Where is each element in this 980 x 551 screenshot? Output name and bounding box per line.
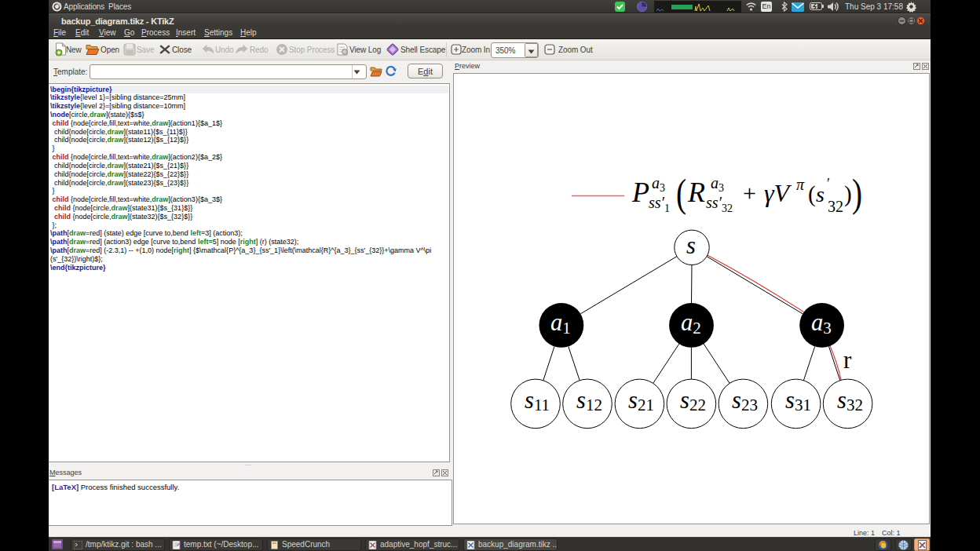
svg-text:(: ( bbox=[676, 170, 686, 215]
svg-text:R: R bbox=[687, 177, 705, 208]
svg-text:(: ( bbox=[808, 181, 816, 207]
svg-text:ss′1: ss′1 bbox=[649, 194, 670, 214]
svg-text:): ) bbox=[844, 181, 852, 207]
svg-text:a3: a3 bbox=[652, 174, 665, 194]
svg-text:32: 32 bbox=[828, 198, 843, 215]
svg-text:): ) bbox=[852, 170, 862, 215]
svg-text:+: + bbox=[743, 180, 756, 206]
svg-text:a3: a3 bbox=[711, 174, 724, 194]
svg-text:r: r bbox=[843, 346, 852, 374]
svg-text:P: P bbox=[631, 177, 649, 208]
svg-text:π: π bbox=[796, 176, 805, 193]
svg-text:s: s bbox=[816, 182, 825, 206]
svg-text:s: s bbox=[686, 232, 696, 259]
svg-text:′: ′ bbox=[827, 176, 830, 192]
svg-text:ss′32: ss′32 bbox=[706, 194, 733, 214]
svg-text:γV: γV bbox=[764, 179, 792, 207]
